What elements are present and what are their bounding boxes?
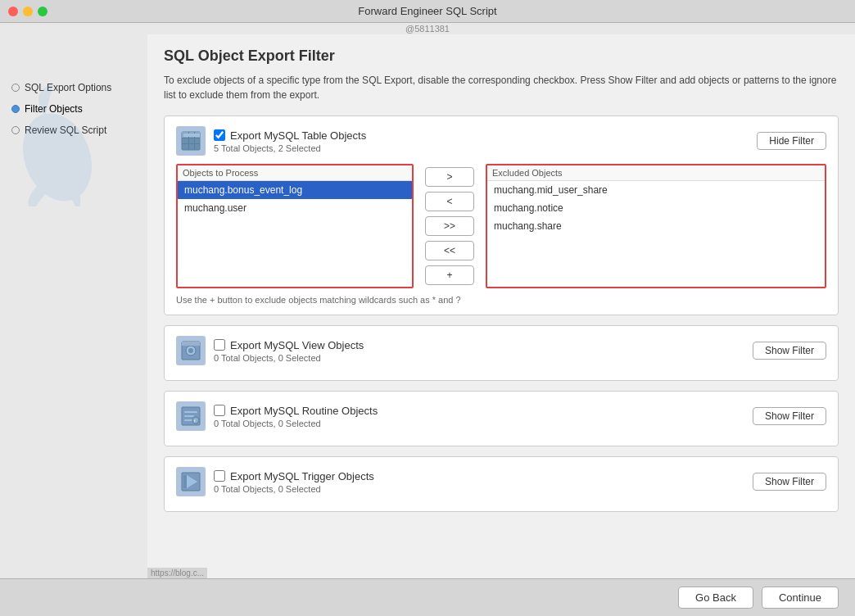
show-filter-routine-button[interactable]: Show Filter <box>753 407 826 425</box>
trigger-checkbox-label[interactable]: Export MySQL Trigger Objects <box>214 470 374 482</box>
trigger-checkbox[interactable] <box>214 470 225 482</box>
section-table-header: Export MySQL Table Objects 5 Total Objec… <box>176 126 826 156</box>
transfer-right-button[interactable]: > <box>425 167 474 187</box>
minimize-button[interactable] <box>23 7 33 16</box>
list-item[interactable]: muchang.bonus_event_log <box>178 181 412 199</box>
svg-rect-15 <box>184 415 194 417</box>
objects-to-process-header: Objects to Process <box>178 165 412 181</box>
routine-subtitle: 0 Total Objects, 0 Selected <box>214 419 378 428</box>
section-view-header: Export MySQL View Objects 0 Total Object… <box>176 336 826 365</box>
list-item[interactable]: muchang.notice <box>487 199 825 217</box>
table-label: Export MySQL Table Objects <box>230 129 366 142</box>
wildcard-hint: Use the + button to exclude objects matc… <box>176 295 826 305</box>
section-trigger-header-left: Export MySQL Trigger Objects 0 Total Obj… <box>176 467 374 496</box>
svg-rect-14 <box>184 411 197 413</box>
sidebar: SQL Export Options Filter Objects Review… <box>0 34 147 578</box>
show-filter-view-button[interactable]: Show Filter <box>753 342 826 360</box>
transfer-all-left-button[interactable]: << <box>425 241 474 260</box>
show-filter-trigger-button[interactable]: Show Filter <box>753 473 826 491</box>
list-item[interactable]: muchang.user <box>178 199 412 217</box>
traffic-lights <box>8 7 48 16</box>
hide-filter-button[interactable]: Hide Filter <box>757 132 826 150</box>
routine-checkbox-label[interactable]: Export MySQL Routine Objects <box>214 405 378 417</box>
section-trigger-objects: Export MySQL Trigger Objects 0 Total Obj… <box>164 456 839 512</box>
view-checkbox-group: Export MySQL View Objects 0 Total Object… <box>214 339 364 363</box>
section-routine-header: f Export MySQL Routine Objects 0 Total O… <box>176 401 826 431</box>
description: To exclude objects of a specific type fr… <box>164 73 839 102</box>
view-label: Export MySQL View Objects <box>230 339 364 351</box>
section-view-header-left: Export MySQL View Objects 0 Total Object… <box>176 336 364 365</box>
objects-to-process-list: muchang.bonus_event_log muchang.user <box>178 181 412 279</box>
svg-rect-12 <box>182 342 200 346</box>
window-subtitle: @5811381 <box>405 24 450 34</box>
table-subtitle: 5 Total Objects, 2 Selected <box>214 143 366 153</box>
transfer-buttons-group: > < >> << + <box>422 164 477 288</box>
list-item[interactable]: muchang.share <box>487 217 825 235</box>
view-icon <box>176 336 206 365</box>
routine-icon: f <box>176 401 206 431</box>
excluded-objects-header: Excluded Objects <box>487 165 825 181</box>
section-trigger-header: Export MySQL Trigger Objects 0 Total Obj… <box>176 467 826 496</box>
transfer-all-right-button[interactable]: >> <box>425 216 474 236</box>
dolphin-watermark <box>4 75 111 206</box>
trigger-label: Export MySQL Trigger Objects <box>230 470 374 482</box>
bottom-bar: Go Back Continue <box>0 578 855 616</box>
list-item[interactable]: muchang.mid_user_share <box>487 181 825 199</box>
routine-checkbox[interactable] <box>214 405 225 416</box>
content-area: SQL Object Export Filter To exclude obje… <box>147 34 855 578</box>
add-wildcard-button[interactable]: + <box>425 265 474 285</box>
page-title: SQL Object Export Filter <box>164 48 839 65</box>
close-button[interactable] <box>8 7 18 16</box>
routine-checkbox-group: Export MySQL Routine Objects 0 Total Obj… <box>214 405 378 428</box>
section-routine-header-left: f Export MySQL Routine Objects 0 Total O… <box>176 401 378 431</box>
view-checkbox[interactable] <box>214 339 225 351</box>
transfer-left-button[interactable]: < <box>425 192 474 211</box>
table-icon <box>176 126 206 156</box>
trigger-icon <box>176 467 206 496</box>
table-filter-area: Objects to Process muchang.bonus_event_l… <box>176 164 826 305</box>
section-view-objects: Export MySQL View Objects 0 Total Object… <box>164 325 839 381</box>
excluded-objects-container: Excluded Objects muchang.mid_user_share … <box>486 164 826 288</box>
go-back-button[interactable]: Go Back <box>678 587 753 609</box>
svg-rect-5 <box>182 143 200 144</box>
routine-label: Export MySQL Routine Objects <box>230 405 378 417</box>
trigger-subtitle: 0 Total Objects, 0 Selected <box>214 484 374 494</box>
svg-point-11 <box>188 348 193 353</box>
table-checkbox-group: Export MySQL Table Objects 5 Total Objec… <box>214 129 366 153</box>
filter-row: Objects to Process muchang.bonus_event_l… <box>176 164 826 288</box>
excluded-objects-list: muchang.mid_user_share muchang.notice mu… <box>487 181 825 279</box>
maximize-button[interactable] <box>38 7 48 16</box>
objects-to-process-container: Objects to Process muchang.bonus_event_l… <box>176 164 414 288</box>
table-checkbox-label[interactable]: Export MySQL Table Objects <box>214 129 366 142</box>
title-bar: Forward Engineer SQL Script @5811381 <box>0 0 855 23</box>
section-table-header-left: Export MySQL Table Objects 5 Total Objec… <box>176 126 366 156</box>
view-subtitle: 0 Total Objects, 0 Selected <box>214 353 364 363</box>
section-table-objects: Export MySQL Table Objects 5 Total Objec… <box>164 116 839 315</box>
trigger-checkbox-group: Export MySQL Trigger Objects 0 Total Obj… <box>214 470 374 494</box>
svg-rect-8 <box>183 134 200 137</box>
svg-rect-21 <box>183 475 187 488</box>
section-routine-objects: f Export MySQL Routine Objects 0 Total O… <box>164 391 839 446</box>
table-checkbox[interactable] <box>214 129 225 141</box>
svg-rect-4 <box>182 138 200 138</box>
view-checkbox-label[interactable]: Export MySQL View Objects <box>214 339 364 351</box>
window-title: Forward Engineer SQL Script <box>358 5 496 17</box>
url-hint: https://blog.c... <box>147 568 207 578</box>
continue-button[interactable]: Continue <box>762 587 839 609</box>
